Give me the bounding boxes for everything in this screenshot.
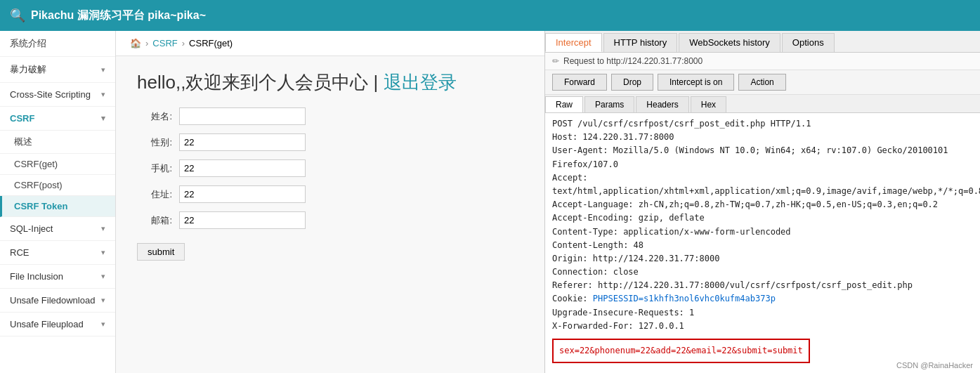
chevron-down-icon: ▾ — [101, 114, 105, 123]
input-email[interactable] — [179, 211, 306, 229]
sidebar-sub-overview-label: 概述 — [14, 136, 32, 147]
burp-request-info: ✏ Request to http://124.220.31.77:8000 — [545, 53, 980, 70]
tab-intercept[interactable]: Intercept — [545, 33, 602, 52]
label-name: 姓名: — [137, 110, 172, 123]
app-header: 🔍 Pikachu 漏洞练习平台 pika~pika~ — [0, 0, 980, 31]
request-line-12: Upgrade-Insecure-Requests: 1 — [552, 306, 973, 320]
tab-options[interactable]: Options — [782, 33, 835, 52]
breadcrumb-sep2: › — [182, 38, 185, 48]
chevron-down-icon: ▾ — [101, 248, 105, 257]
form-row-name: 姓名: — [137, 107, 523, 125]
request-line-cookie: Cookie: PHPSESSID=s1khfh3nol6vhc0kufm4ab… — [552, 292, 973, 306]
request-line-7: Content-Length: 48 — [552, 239, 973, 252]
sidebar: 系统介绍 暴力破解 ▾ Cross-Site Scripting ▾ CSRF … — [0, 31, 116, 373]
sidebar-item-xss[interactable]: Cross-Site Scripting ▾ — [0, 83, 115, 107]
breadcrumb: 🏠 › CSRF › CSRF(get) — [116, 31, 544, 56]
input-name[interactable] — [179, 107, 306, 125]
tab-websockets-history[interactable]: WebSockets history — [679, 33, 780, 52]
label-email: 邮箱: — [137, 214, 172, 227]
tab-http-history[interactable]: HTTP history — [603, 33, 678, 52]
chevron-down-icon: ▾ — [101, 224, 105, 233]
burp-inner-tabs: Raw Params Headers Hex — [545, 95, 980, 113]
request-line-6: Content-Type: application/x-www-form-url… — [552, 225, 973, 239]
request-info-text: Request to http://124.220.31.77:8000 — [563, 56, 703, 66]
submit-button[interactable]: submit — [137, 243, 185, 261]
breadcrumb-csrf[interactable]: CSRF — [152, 38, 177, 48]
request-line-4: Accept-Language: zh-CN,zh;q=0.8,zh-TW;q=… — [552, 198, 973, 211]
sidebar-item-unsafe-fileup[interactable]: Unsafe Fileupload ▾ — [0, 313, 115, 336]
home-icon[interactable]: 🏠 — [130, 38, 141, 48]
request-line-0: POST /vul/csrf/csrfpost/csrf_post_edit.p… — [552, 117, 973, 131]
request-line-8: Origin: http://124.220.31.77:8000 — [552, 252, 973, 266]
inner-tab-headers[interactable]: Headers — [636, 96, 688, 112]
sidebar-item-csrf[interactable]: CSRF ▾ — [0, 107, 115, 131]
sidebar-item-intro-label: 系统介绍 — [10, 37, 46, 50]
sidebar-item-sql-label: SQL-Inject — [10, 223, 53, 234]
burp-top-tabs: Intercept HTTP history WebSockets histor… — [545, 31, 980, 53]
burp-request-content: POST /vul/csrf/csrfpost/csrf_post_edit.p… — [545, 113, 980, 373]
action-button[interactable]: Action — [738, 74, 785, 91]
sidebar-sub-csrf-token[interactable]: CSRF Token — [0, 196, 115, 217]
burp-actions: Forward Drop Intercept is on Action — [545, 70, 980, 95]
sidebar-item-unsafe-filedown[interactable]: Unsafe Filedownload ▾ — [0, 289, 115, 313]
page-title: hello,,欢迎来到个人会员中心 | 退出登录 — [137, 70, 523, 95]
request-line-3: Accept: text/html,application/xhtml+xml,… — [552, 171, 973, 198]
inner-tab-hex[interactable]: Hex — [691, 96, 726, 112]
intercept-on-button[interactable]: Intercept is on — [658, 74, 734, 91]
request-line-1: Host: 124.220.31.77:8000 — [552, 131, 973, 144]
form-row-address: 住址: — [137, 185, 523, 203]
request-line-13: X-Forwarded-For: 127.0.0.1 — [552, 320, 973, 333]
sidebar-sub-get-label: CSRF(get) — [14, 159, 58, 169]
label-phone: 手机: — [137, 162, 172, 175]
sidebar-sub-token-label: CSRF Token — [14, 201, 67, 211]
burp-panel: Intercept HTTP history WebSockets histor… — [544, 31, 980, 373]
sidebar-item-xss-label: Cross-Site Scripting — [10, 89, 91, 100]
input-gender[interactable] — [179, 133, 306, 151]
input-address[interactable] — [179, 185, 306, 203]
sidebar-item-sql[interactable]: SQL-Inject ▾ — [0, 217, 115, 241]
forward-button[interactable]: Forward — [552, 74, 607, 91]
request-line-10: Referer: http://124.220.31.77:8000/vul/c… — [552, 279, 973, 292]
post-data-box[interactable]: sex=22&phonenum=22&add=22&email=22&submi… — [552, 339, 810, 363]
search-icon: 🔍 — [10, 8, 25, 23]
pencil-icon: ✏ — [552, 56, 559, 66]
sidebar-item-file-inclusion[interactable]: File Inclusion ▾ — [0, 265, 115, 289]
sidebar-sub-csrf-post[interactable]: CSRF(post) — [0, 175, 115, 196]
label-gender: 性别: — [137, 136, 172, 149]
form-submit-row: submit — [137, 237, 523, 261]
sidebar-item-intro[interactable]: 系统介绍 — [0, 31, 115, 57]
request-line-5: Accept-Encoding: gzip, deflate — [552, 211, 973, 225]
chevron-down-icon: ▾ — [101, 296, 105, 305]
request-line-9: Connection: close — [552, 266, 973, 279]
sidebar-item-file-inclusion-label: File Inclusion — [10, 271, 63, 282]
input-phone[interactable] — [179, 159, 306, 177]
cookie-value: PHPSESSID=s1khfh3nol6vhc0kufm4ab373p — [593, 294, 776, 303]
sidebar-item-brute[interactable]: 暴力破解 ▾ — [0, 57, 115, 83]
request-line-2: User-Agent: Mozilla/5.0 (Windows NT 10.0… — [552, 144, 973, 171]
form-row-email: 邮箱: — [137, 211, 523, 229]
page-title-text: hello,,欢迎来到个人会员中心 | — [137, 72, 384, 93]
drop-button[interactable]: Drop — [611, 74, 653, 91]
form-container: hello,,欢迎来到个人会员中心 | 退出登录 姓名: 性别: 手机: 住址:… — [116, 56, 544, 275]
inner-tab-params[interactable]: Params — [584, 96, 634, 112]
sidebar-item-rce[interactable]: RCE ▾ — [0, 241, 115, 265]
logout-link[interactable]: 退出登录 — [384, 72, 457, 93]
content-area: 🏠 › CSRF › CSRF(get) hello,,欢迎来到个人会员中心 |… — [116, 31, 544, 373]
label-address: 住址: — [137, 188, 172, 201]
chevron-down-icon: ▾ — [101, 272, 105, 281]
form-row-phone: 手机: — [137, 159, 523, 177]
sidebar-sub-csrf-get[interactable]: CSRF(get) — [0, 154, 115, 175]
sidebar-item-unsafe-fileup-label: Unsafe Fileupload — [10, 319, 84, 329]
chevron-down-icon: ▾ — [101, 90, 105, 99]
post-data-text: sex=22&phonenum=22&add=22&email=22&submi… — [559, 346, 803, 355]
sidebar-sub-csrf-overview[interactable]: 概述 — [0, 131, 115, 154]
sidebar-sub-post-label: CSRF(post) — [14, 180, 63, 190]
sidebar-item-rce-label: RCE — [10, 247, 29, 258]
inner-tab-raw[interactable]: Raw — [545, 96, 583, 112]
form-row-gender: 性别: — [137, 133, 523, 151]
breadcrumb-csrf-get: CSRF(get) — [189, 38, 233, 48]
main-layout: 系统介绍 暴力破解 ▾ Cross-Site Scripting ▾ CSRF … — [0, 31, 980, 373]
breadcrumb-sep: › — [145, 38, 148, 48]
chevron-down-icon: ▾ — [101, 65, 105, 74]
sidebar-item-brute-label: 暴力破解 — [10, 63, 46, 76]
